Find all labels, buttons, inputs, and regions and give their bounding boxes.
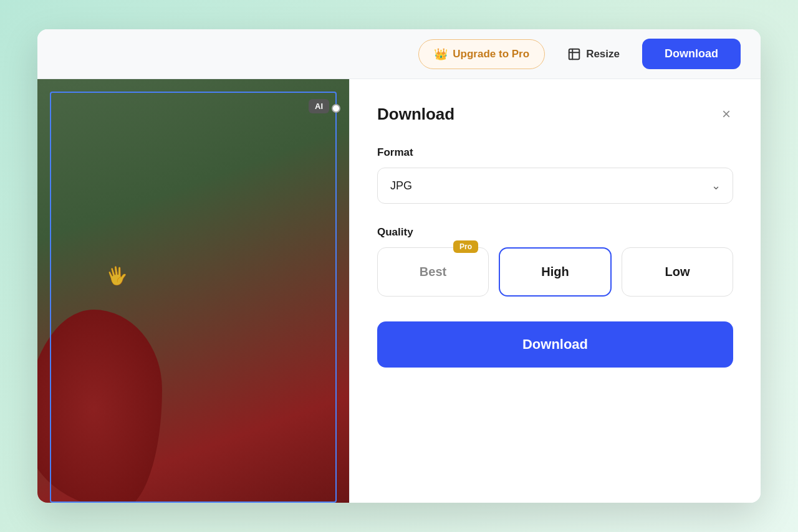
- resize-handle[interactable]: [332, 104, 340, 113]
- quality-low-label: Low: [665, 265, 690, 278]
- pro-badge: Pro: [453, 240, 478, 253]
- quality-label: Quality: [377, 226, 733, 239]
- download-panel: Download × Format JPG PNG WEBP ⌄ Quality: [349, 79, 761, 503]
- format-select[interactable]: JPG PNG WEBP: [377, 168, 733, 204]
- format-label: Format: [377, 146, 733, 159]
- canvas-image: AI 🖐: [37, 79, 349, 503]
- app-window: 👑 Upgrade to Pro Resize Download AI 🖐: [37, 29, 761, 503]
- canvas-border: [50, 92, 337, 503]
- cursor-hand-icon: 🖐: [104, 264, 129, 288]
- format-select-wrapper: JPG PNG WEBP ⌄: [377, 168, 733, 204]
- panel-title: Download: [377, 105, 454, 124]
- canvas-area[interactable]: AI 🖐: [37, 79, 349, 503]
- quality-section: Quality Pro Best High Low: [377, 226, 733, 321]
- crown-icon: 👑: [434, 47, 448, 61]
- main-content: AI 🖐 Download × Format JPG PNG WEBP ⌄: [37, 79, 761, 503]
- download-main-button[interactable]: Download: [377, 321, 733, 368]
- panel-header: Download ×: [377, 104, 733, 124]
- upgrade-to-pro-button[interactable]: 👑 Upgrade to Pro: [418, 39, 545, 69]
- svg-rect-0: [569, 49, 580, 59]
- quality-high-label: High: [541, 265, 569, 278]
- upgrade-label: Upgrade to Pro: [453, 48, 529, 60]
- quality-high-button[interactable]: High: [499, 247, 612, 297]
- format-section: Format JPG PNG WEBP ⌄: [377, 146, 733, 226]
- resize-icon: [567, 47, 581, 61]
- quality-best-label: Best: [420, 265, 446, 278]
- download-header-button[interactable]: Download: [642, 39, 741, 69]
- quality-low-button[interactable]: Low: [622, 247, 733, 297]
- quality-options: Pro Best High Low: [377, 247, 733, 297]
- top-bar: 👑 Upgrade to Pro Resize Download: [37, 29, 761, 79]
- ai-badge: AI: [309, 99, 329, 113]
- close-button[interactable]: ×: [719, 104, 733, 124]
- resize-button[interactable]: Resize: [555, 40, 632, 69]
- resize-label: Resize: [586, 48, 620, 60]
- quality-best-button[interactable]: Pro Best: [377, 247, 489, 297]
